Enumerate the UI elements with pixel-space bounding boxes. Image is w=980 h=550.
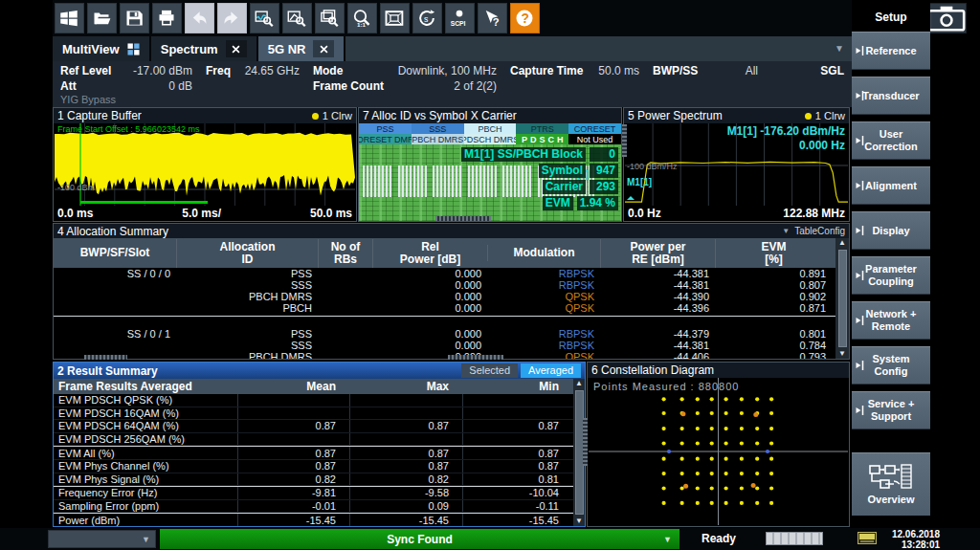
scpi-recorder-button[interactable]: SCPI <box>445 3 475 33</box>
trace-badge: 1 Clrw <box>312 110 352 121</box>
zoom-trace-button[interactable] <box>250 3 279 33</box>
zoom-multi-window-button[interactable] <box>315 3 345 33</box>
selected-view-button[interactable]: Selected <box>461 363 518 378</box>
power-spectrum-titlebar[interactable]: 5 Power Spectrum 1 Clrw <box>624 108 849 123</box>
splitter-handle[interactable] <box>435 216 491 221</box>
open-file-button[interactable] <box>87 3 117 33</box>
constellation-titlebar[interactable]: 6 Constellation Diagram <box>588 363 849 378</box>
result-row: EVM PDSCH 16QAM (%) <box>54 407 573 421</box>
column-header[interactable]: Mean <box>237 381 349 393</box>
capture-buffer-titlebar[interactable]: 1 Capture Buffer 1 Clrw <box>54 108 356 123</box>
result-value <box>349 433 462 446</box>
close-tab-icon[interactable] <box>313 40 334 57</box>
averaged-view-button[interactable]: Averaged <box>521 363 581 378</box>
result-label: EVM PDSCH 256QAM (%) <box>54 433 237 446</box>
column-header[interactable]: Modulation <box>487 245 600 261</box>
ready-label: Ready <box>702 532 736 545</box>
column-header[interactable]: Allocation ID <box>176 239 318 268</box>
chevron-down-icon[interactable]: ▼ <box>835 43 844 54</box>
table-config-button[interactable]: ▼ TableConfig <box>782 226 845 236</box>
scroll-down-icon[interactable]: ▼ <box>575 517 583 526</box>
screenshot-button[interactable] <box>926 3 967 33</box>
tab-spectrum[interactable]: Spectrum <box>151 36 256 61</box>
sync-status-bar[interactable]: Sync Found ▼ <box>160 529 679 549</box>
softkey-network-remote[interactable]: Network + Remote <box>852 301 930 340</box>
scroll-up-icon[interactable]: ▲ <box>575 379 583 388</box>
splitter-handle[interactable] <box>622 124 627 157</box>
softkey-alignment[interactable]: Alignment <box>852 166 930 205</box>
column-header[interactable]: Rel Power [dB] <box>372 239 487 268</box>
column-header[interactable]: Power per RE [dBm] <box>600 239 715 268</box>
yig-bypass-label: YIG Bypass <box>60 94 116 105</box>
sweep-mode-single-label[interactable]: SGL <box>820 64 844 77</box>
alloc-map-titlebar[interactable]: 7 Alloc ID vs Symbol X Carrier <box>359 108 621 123</box>
date-time[interactable]: 12.06.2018 13:28:01 <box>892 529 940 550</box>
column-header[interactable]: EVM [%] <box>715 239 832 268</box>
result-summary-header: Frame Results AveragedMeanMaxMin <box>54 379 573 394</box>
value-cell: PBCH DMRS <box>176 351 318 359</box>
tab-multiview[interactable]: MultiView <box>53 36 149 61</box>
print-button[interactable] <box>152 3 182 33</box>
setting-freq[interactable]: Freq24.65 GHz <box>206 64 300 77</box>
submenu-arrow-icon <box>856 405 864 416</box>
status-dropdown[interactable]: ▼ <box>48 530 156 548</box>
result-summary-titlebar[interactable]: 2 Result Summary SelectedAveraged <box>54 363 585 379</box>
allocation-row: PBCH DMRS0.000QPSK-44.3900.902 <box>54 291 835 302</box>
allocation-summary-scrollbar[interactable]: ▲ ▼ <box>835 238 849 359</box>
column-header[interactable]: Max <box>349 381 462 393</box>
single-sweep-button[interactable]: s <box>412 3 442 33</box>
setting-frame-count[interactable]: Frame Count2 of 2(2) <box>313 79 497 93</box>
result-row: Sampling Error (ppm)-0.010.09-0.11 <box>54 500 573 514</box>
tab-bar: MultiViewSpectrum5G NR▼ <box>53 36 852 61</box>
column-header[interactable]: Frame Results Averaged <box>54 381 237 393</box>
softkey-transducer[interactable]: Transducer <box>852 77 930 115</box>
softkey-label: System Config <box>872 353 909 378</box>
setting-mode[interactable]: ModeDownlink, 100 MHz <box>313 64 497 77</box>
undo-button[interactable] <box>185 3 214 33</box>
channel-settings-bar: Ref Level-17.00 dBmFreq24.65 GHzModeDown… <box>53 61 852 107</box>
fit-screen-button[interactable] <box>380 3 410 33</box>
zoom-1-1-button[interactable]: 1:1 <box>347 3 377 33</box>
softkey-reference[interactable]: Reference <box>852 32 930 70</box>
allocation-summary-header: BWP/SF/SlotAllocation IDNo of RBsRel Pow… <box>54 238 835 268</box>
scroll-down-icon[interactable]: ▼ <box>838 349 846 359</box>
result-value: -10.04 <box>462 487 572 499</box>
value-cell: 0.871 <box>715 302 832 314</box>
splitter-handle[interactable] <box>583 418 588 466</box>
zoom-selection-button[interactable] <box>282 3 312 33</box>
splitter-handle[interactable] <box>84 355 127 360</box>
softkey-parameter-coupling[interactable]: Parameter Coupling <box>852 256 930 295</box>
softkey-label: User Correction <box>864 128 918 153</box>
result-row: EVM All (%)0.870.870.87 <box>54 447 573 460</box>
keyboard-icon[interactable] <box>858 532 877 544</box>
close-tab-icon[interactable] <box>226 40 247 57</box>
result-value: 0.87 <box>462 460 572 473</box>
setting-ref-level[interactable]: Ref Level-17.00 dBm <box>60 64 192 77</box>
overview-button[interactable]: Overview <box>852 452 930 516</box>
context-help-button[interactable]: ? <box>478 3 507 33</box>
save-button[interactable] <box>120 3 149 33</box>
column-header[interactable]: No of RBs <box>318 239 372 268</box>
softkey-display[interactable]: Display <box>852 211 930 250</box>
softkey-service-support[interactable]: Service + Support <box>852 391 930 429</box>
marker-readout-value: 293 <box>590 180 618 194</box>
scroll-up-icon[interactable]: ▲ <box>838 238 846 248</box>
setting-label: Ref Level <box>60 64 111 77</box>
splitter-handle[interactable] <box>448 355 503 360</box>
window-title: 6 Constellation Diagram <box>591 363 845 377</box>
column-header[interactable]: BWP/SF/Slot <box>54 245 176 261</box>
tab-5g-nr[interactable]: 5G NR <box>258 36 345 61</box>
scrollbar-thumb[interactable] <box>838 250 847 347</box>
redo-button[interactable] <box>217 3 247 33</box>
help-button[interactable]: ? <box>510 3 540 33</box>
softkey-system-config[interactable]: System Config <box>852 346 930 385</box>
setting-capture-time[interactable]: Capture Time50.0 ms <box>510 64 639 77</box>
y-gridline-label: -100 dBm/Hz <box>627 162 678 171</box>
softkey-user-correction[interactable]: User Correction <box>852 121 930 160</box>
setting-bwp-ss[interactable]: BWP/SSAll <box>653 64 758 77</box>
column-header[interactable]: Min <box>462 381 572 393</box>
allocation-summary-titlebar[interactable]: 4 Allocation Summary ▼ TableConfig <box>54 224 849 238</box>
setting-att[interactable]: Att0 dB <box>60 79 192 93</box>
windows-start-button[interactable] <box>55 3 84 33</box>
chevron-down-icon: ▼ <box>663 535 672 544</box>
